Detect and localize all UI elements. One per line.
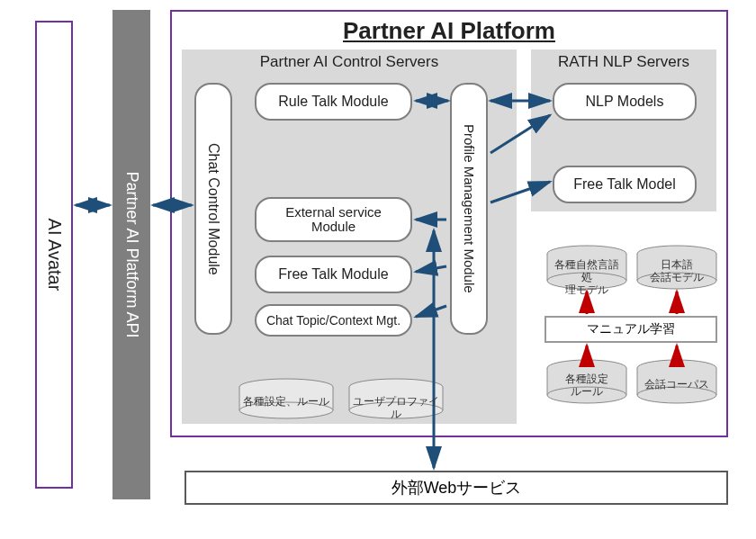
free-talk-module: Free Talk Module (255, 256, 412, 293)
db-profile-label: ユーザプロファイル (353, 396, 439, 421)
chat-topic-label: Chat Topic/Context Mgt. (266, 313, 400, 328)
api-label: Partner AI Platform API (122, 171, 141, 337)
free-talk-model: Free Talk Model (553, 166, 697, 203)
chat-control-module: Chat Control Module (194, 83, 232, 335)
ai-avatar-label: AI Avatar (44, 219, 65, 292)
db-nlp-model-label: 各種自然言語処 理モデル (550, 259, 624, 296)
db-corpus-label: 会話コーパス (640, 379, 714, 391)
external-service-module: External service Module (255, 197, 412, 242)
manual-learning-label: マニュアル学習 (587, 321, 675, 337)
control-servers-title: Partner AI Control Servers (182, 53, 517, 71)
nlp-models: NLP Models (553, 83, 697, 121)
free-talk-label: Free Talk Module (278, 266, 388, 283)
chat-control-label: Chat Control Module (205, 143, 221, 275)
platform-title: Partner AI Platform (172, 17, 726, 45)
manual-learning-box: マニュアル学習 (544, 316, 717, 343)
profile-mgmt-label: Profile Management Module (462, 124, 477, 293)
db-settings-label: 各種設定、ルール (243, 396, 329, 409)
api-box: Partner AI Platform API (112, 10, 150, 499)
external-web-label: 外部Webサービス (392, 477, 522, 499)
db-jp-model-label: 日本語 会話モデル (640, 259, 714, 284)
db-settings-rules2-label: 各種設定 ルール (550, 373, 624, 399)
rule-talk-module: Rule Talk Module (255, 83, 412, 121)
nlp-models-label: NLP Models (586, 94, 664, 110)
external-web-services: 外部Webサービス (184, 471, 728, 505)
free-talk-model-label: Free Talk Model (573, 176, 676, 193)
chat-topic-module: Chat Topic/Context Mgt. (255, 304, 412, 337)
rule-talk-label: Rule Talk Module (278, 94, 388, 110)
nlp-servers-title: RATH NLP Servers (531, 53, 716, 71)
profile-mgmt-module: Profile Management Module (450, 83, 488, 335)
external-service-label: External service Module (285, 205, 382, 235)
ai-avatar-box: AI Avatar (35, 21, 73, 489)
